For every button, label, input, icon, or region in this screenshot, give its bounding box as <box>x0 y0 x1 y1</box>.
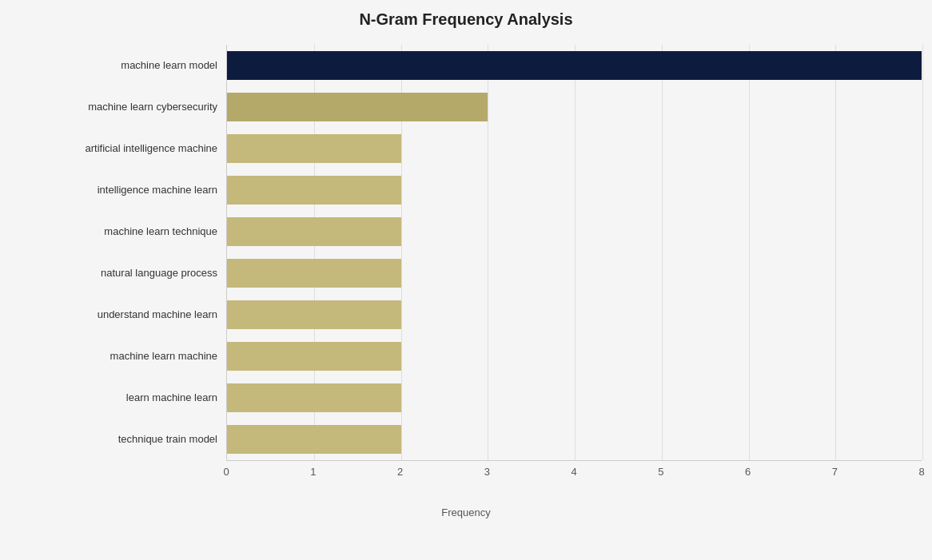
chart-container: N-Gram Frequency Analysis machine learn … <box>26 0 906 560</box>
bar-fill <box>227 383 401 412</box>
x-tick: 3 <box>484 466 490 478</box>
x-axis: 012345678 <box>226 460 922 484</box>
bar-fill <box>227 259 401 288</box>
x-tick: 6 <box>745 466 751 478</box>
x-tick: 2 <box>397 466 403 478</box>
bar-fill <box>227 425 401 454</box>
x-tick: 1 <box>310 466 316 478</box>
bar-label: machine learn machine <box>51 350 217 362</box>
bar-label: machine learn model <box>51 59 217 71</box>
x-tick: 8 <box>918 466 924 478</box>
x-tick: 0 <box>223 466 229 478</box>
bar-fill <box>227 134 401 163</box>
bar-fill <box>227 176 401 205</box>
bar-row: machine learn cybersecurity <box>227 86 922 128</box>
bar-label: artificial intelligence machine <box>51 142 217 154</box>
bar-label: understand machine learn <box>51 308 217 320</box>
bar-row: intelligence machine learn <box>227 169 922 211</box>
bar-row: natural language process <box>227 252 922 294</box>
chart-title: N-Gram Frequency Analysis <box>50 10 882 29</box>
bar-fill <box>227 342 401 371</box>
bar-fill <box>227 51 922 80</box>
bar-label: machine learn technique <box>51 225 217 237</box>
bar-label: natural language process <box>51 267 217 279</box>
bar-label: technique train model <box>51 433 217 445</box>
bar-label: intelligence machine learn <box>51 184 217 196</box>
bar-row: machine learn model <box>227 45 922 86</box>
bar-row: understand machine learn <box>227 294 922 336</box>
bars-container: machine learn modelmachine learn cyberse… <box>226 45 922 460</box>
bar-fill <box>227 93 488 121</box>
bar-row: machine learn technique <box>227 211 922 252</box>
bar-fill <box>227 300 401 329</box>
bar-fill <box>227 217 401 246</box>
bar-row: machine learn machine <box>227 336 922 377</box>
bar-row: learn machine learn <box>227 377 922 419</box>
bar-label: learn machine learn <box>51 391 217 403</box>
x-axis-label: Frequency <box>50 506 882 518</box>
x-tick: 7 <box>832 466 838 478</box>
x-tick: 5 <box>658 466 663 478</box>
x-tick: 4 <box>571 466 576 478</box>
bar-row: artificial intelligence machine <box>227 128 922 169</box>
bar-label: machine learn cybersecurity <box>51 101 217 113</box>
bar-row: technique train model <box>227 419 922 460</box>
